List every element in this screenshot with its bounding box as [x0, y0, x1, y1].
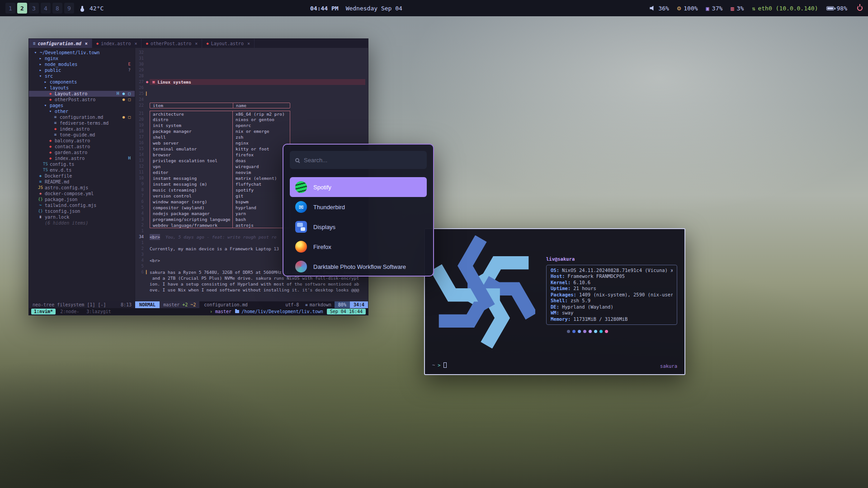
tree-item-label: configuration.md: [60, 114, 103, 120]
tab-close-icon[interactable]: ×: [134, 41, 137, 46]
power-button[interactable]: [857, 5, 863, 11]
table-cell-item: web server: [150, 140, 233, 146]
folder-icon: ▸: [38, 56, 43, 61]
buffer-line[interactable]: 30: [135, 61, 368, 67]
shell-prompt[interactable]: ~ >: [432, 362, 447, 369]
tree-item[interactable]: ▸ components: [29, 79, 135, 85]
launcher-item[interactable]: Firefox: [290, 237, 427, 257]
neotree-statusline: neo-tree filesystem [1] [-] 8:13: [29, 301, 135, 308]
readme-icon: ≡: [38, 179, 43, 185]
tree-item[interactable]: ▾ layouts: [29, 85, 135, 91]
tree-item[interactable]: ∎ yarn.lock: [29, 214, 135, 220]
buffer-line[interactable]: 26: [135, 85, 368, 91]
tree-item[interactable]: {} tsconfig.json: [29, 208, 135, 214]
tree-item[interactable]: ◈ Dockerfile: [29, 173, 135, 179]
tree-item[interactable]: ◆ otherPost.astro ● □: [29, 97, 135, 103]
tree-item[interactable]: ≡ README.md: [29, 179, 135, 185]
tree-item[interactable]: ≡ tone-guide.md: [29, 132, 135, 138]
fetch-info-label: OS:: [551, 267, 559, 274]
table-row[interactable]: 20 distro nixos or gentoo: [135, 117, 368, 122]
launcher-item[interactable]: Darktable Photo Workflow Software: [290, 257, 427, 277]
table-cell-name: kitty or foot: [233, 146, 290, 152]
tree-item[interactable]: ◆ garden.astro: [29, 150, 135, 155]
tree-item[interactable]: ◆ index.astro H: [29, 155, 135, 161]
buffer-line[interactable]: 31: [135, 56, 368, 61]
editor-tab[interactable]: ◆ otherPost.astro ×: [142, 39, 202, 48]
editor-tab[interactable]: ◆ index.astro ×: [92, 39, 142, 48]
nixos-logo: [432, 235, 535, 348]
fetch-info-value: 6.10.6: [573, 280, 590, 286]
folder-open-icon: ▾: [42, 85, 48, 91]
line-number: 5: [135, 263, 146, 269]
tree-item[interactable]: ▸ public ?: [29, 67, 135, 73]
tree-item[interactable]: ▾ other: [29, 108, 135, 114]
tree-item[interactable]: ▾ src: [29, 73, 135, 79]
tree-item[interactable]: ◆ index.astro: [29, 126, 135, 132]
table-row[interactable]: 19 init system openrc: [135, 122, 368, 128]
fetch-info-label: Host:: [551, 273, 565, 280]
tree-item[interactable]: JS astro.config.mjs: [29, 185, 135, 191]
tree-item[interactable]: ▸ node_modules E: [29, 61, 135, 67]
palette-dot: [599, 330, 603, 333]
tree-item[interactable]: TS config.ts: [29, 161, 135, 167]
desktop: 1 2 3 4 8 9 42°C 04:44 PM Wednesday Sep …: [0, 0, 868, 488]
launcher-item[interactable]: Displays: [290, 217, 427, 237]
tree-item[interactable]: ▾ pages: [29, 103, 135, 108]
table-row[interactable]: 18 package manager nix or emerge: [135, 128, 368, 134]
editor-tab[interactable]: ◆ Layout.astro ×: [202, 39, 255, 48]
buffer-line[interactable]: 25 ▎: [135, 91, 368, 97]
tab-close-icon[interactable]: ×: [85, 41, 88, 46]
table-cell-name: firefox: [233, 152, 290, 158]
tab-close-icon[interactable]: ×: [247, 41, 250, 46]
tree-item-label: (6 hidden items): [45, 220, 88, 226]
tmux-session-tab[interactable]: 3:lazygit: [84, 309, 113, 314]
palette-dot: [572, 330, 576, 333]
table-row[interactable]: 21 architecture x86_64 (rip m2 pro): [135, 111, 368, 117]
tree-item[interactable]: ▾ ~/Development/liv.town: [29, 50, 135, 56]
battery-module[interactable]: 98%: [826, 5, 847, 12]
table-cell-name: nginx: [233, 140, 290, 146]
launcher-item[interactable]: Spotify: [290, 177, 427, 197]
table-header-row[interactable]: 22 item name: [135, 103, 368, 108]
volume-module[interactable]: 36%: [650, 5, 669, 12]
tree-item[interactable]: ◈ docker-compose.yml: [29, 191, 135, 197]
tree-item[interactable]: ~ tailwind.config.mjs: [29, 202, 135, 208]
tmux-session-tab[interactable]: 2:node-: [57, 309, 82, 314]
buffer-line[interactable]: 24: [135, 97, 368, 103]
buffer-line[interactable]: 32: [135, 50, 368, 56]
network-module[interactable]: eth0 (10.0.0.140): [752, 5, 818, 12]
tree-item[interactable]: ≡ fediverse-terms.md: [29, 120, 135, 126]
buffer-line[interactable]: 27 ● ▣ Linux systems: [135, 79, 368, 85]
editor-tab[interactable]: ≡ configuration.md ×: [29, 39, 92, 48]
tmux-session-tab[interactable]: 1:nvim*: [31, 309, 56, 314]
workspace-button[interactable]: 9: [64, 3, 74, 14]
line-number: 22: [135, 103, 146, 108]
search-input[interactable]: Search...: [290, 151, 427, 169]
tree-item[interactable]: ▸ nginx: [29, 56, 135, 61]
table-row[interactable]: 17 shell zsh: [135, 134, 368, 140]
tree-item[interactable]: ◆ balcony.astro: [29, 138, 135, 144]
yaml-icon: ◈: [38, 191, 43, 197]
tree-item[interactable]: {} package.json: [29, 197, 135, 202]
tab-close-icon[interactable]: ×: [195, 41, 198, 46]
tree-item[interactable]: ◆ Layout.astro H ● □: [29, 91, 135, 97]
astro-icon: ◆: [47, 91, 53, 97]
buffer-line[interactable]: ion. I have a setup consisting of Hyprla…: [135, 281, 368, 287]
tree-item[interactable]: (6 hidden items): [29, 220, 135, 226]
tree-item[interactable]: ◆ contact.astro: [29, 144, 135, 150]
workspace-button[interactable]: 1: [5, 3, 15, 14]
workspace-button[interactable]: 4: [41, 3, 51, 14]
workspace-button[interactable]: 3: [29, 3, 39, 14]
workspace-button[interactable]: 2: [17, 3, 27, 14]
workspace-button[interactable]: 8: [52, 3, 62, 14]
tree-item[interactable]: ≡ configuration.md ● □: [29, 114, 135, 120]
neotree-status-label: neo-tree filesystem [1] [-]: [33, 302, 106, 307]
tree-item[interactable]: TS env.d.ts: [29, 167, 135, 173]
buffer-text: Linux systems: [157, 79, 191, 85]
buffer-line[interactable]: 29: [135, 67, 368, 73]
folder-icon: ▸: [42, 79, 48, 85]
buffer-line[interactable]: 28: [135, 73, 368, 79]
table-cell-name: fluffychat: [233, 181, 290, 187]
buffer-line[interactable]: ove. I use Nix when I need software with…: [135, 287, 368, 293]
launcher-item[interactable]: Thunderbird: [290, 197, 427, 217]
